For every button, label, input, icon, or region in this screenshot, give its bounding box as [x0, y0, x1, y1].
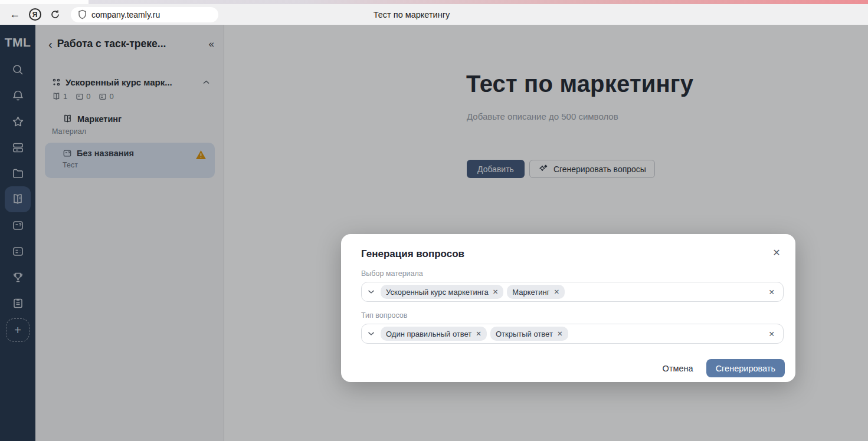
modal-title: Генерация вопросов: [361, 248, 785, 260]
chevron-down-icon[interactable]: [368, 289, 375, 294]
browser-toolbar: ← Я company.teamly.ru: [0, 4, 868, 25]
material-select[interactable]: Ускоренный курс маркетинга ✕ Маркетинг ✕…: [361, 282, 784, 302]
browser-back-button[interactable]: ←: [5, 7, 25, 22]
chip-remove-icon[interactable]: ✕: [557, 330, 563, 338]
shield-icon: [78, 9, 87, 19]
question-type-field: Тип вопросов Один правильный ответ ✕ Отк…: [361, 311, 784, 344]
app-root: TML: [0, 25, 868, 441]
selected-chip: Ускоренный курс маркетинга ✕: [381, 285, 503, 299]
browser-refresh-button[interactable]: [45, 7, 65, 22]
selected-chip: Один правильный ответ ✕: [381, 327, 487, 341]
chip-remove-icon[interactable]: ✕: [476, 330, 482, 338]
chevron-down-icon[interactable]: [368, 331, 375, 336]
selected-chip: Открытый ответ ✕: [490, 327, 568, 341]
clear-all-icon[interactable]: ✕: [769, 288, 775, 297]
submit-generate-button[interactable]: Сгенерировать: [706, 359, 785, 377]
field-label: Тип вопросов: [361, 311, 784, 320]
url-text: company.teamly.ru: [91, 10, 160, 19]
selected-chip: Маркетинг ✕: [507, 285, 565, 299]
question-type-select[interactable]: Один правильный ответ ✕ Открытый ответ ✕…: [361, 324, 784, 344]
browser-tab-strip: [0, 0, 868, 4]
close-icon[interactable]: ✕: [771, 247, 782, 259]
cancel-button[interactable]: Отмена: [663, 364, 693, 373]
yandex-browser-icon[interactable]: Я: [25, 7, 45, 22]
modal-footer: Отмена Сгенерировать: [361, 359, 785, 377]
address-bar[interactable]: company.teamly.ru: [71, 7, 218, 22]
generate-questions-modal: Генерация вопросов ✕ Выбор материала Уск…: [341, 234, 795, 382]
browser-tab: [0, 0, 89, 4]
clear-all-icon[interactable]: ✕: [769, 330, 775, 338]
chip-remove-icon[interactable]: ✕: [493, 288, 499, 296]
material-select-field: Выбор материала Ускоренный курс маркетин…: [361, 269, 784, 302]
field-label: Выбор материала: [361, 269, 784, 278]
chip-remove-icon[interactable]: ✕: [554, 288, 560, 296]
